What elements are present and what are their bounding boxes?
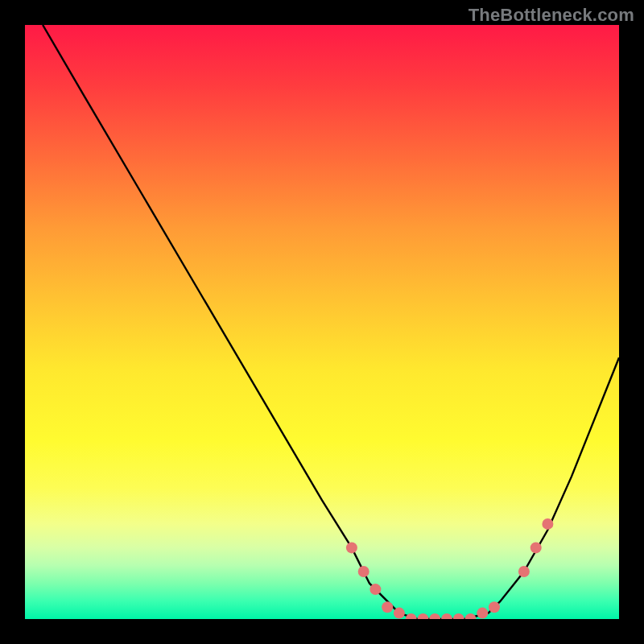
marker-dot [530,542,542,553]
chart-frame: TheBottleneck.com [0,0,644,644]
marker-dot [369,584,381,595]
curve-layer [25,25,619,619]
marker-dot [518,566,530,577]
marker-dot [489,601,500,613]
marker-dot [382,601,393,613]
marker-dot [453,613,464,619]
marker-dot [406,613,417,619]
plot-area [25,25,619,619]
marker-dot [465,613,477,619]
watermark-text: TheBottleneck.com [469,5,634,26]
marker-dot [441,613,452,619]
marker-dot [394,608,405,619]
marker-group [346,518,554,619]
marker-dot [418,613,429,619]
marker-dot [358,566,369,577]
marker-dot [429,613,440,619]
marker-dot [542,518,553,530]
bottleneck-curve [43,25,619,619]
marker-dot [346,542,357,553]
marker-dot [477,608,488,619]
